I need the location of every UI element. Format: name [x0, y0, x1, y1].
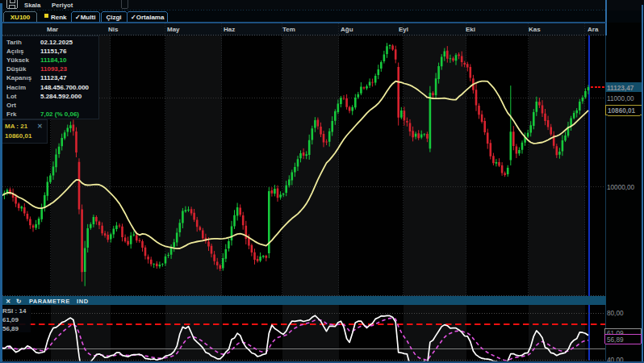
svg-text:Periyot: Periyot: [52, 2, 73, 9]
svg-text:Düşük: Düşük: [6, 65, 27, 73]
svg-text:MA : 21: MA : 21: [5, 123, 28, 130]
svg-text:Kapanış: Kapanış: [6, 74, 32, 81]
svg-text:✓Multi: ✓Multi: [75, 14, 95, 21]
svg-text:11184,10: 11184,10: [40, 56, 67, 64]
svg-text:IND: IND: [77, 298, 89, 305]
svg-text:Renk: Renk: [51, 14, 67, 21]
svg-text:Frk: Frk: [6, 111, 17, 118]
svg-text:Hacim: Hacim: [6, 84, 26, 91]
svg-text:80,00: 80,00: [607, 310, 624, 317]
svg-text:Kas: Kas: [529, 26, 541, 33]
svg-text:56,89: 56,89: [607, 336, 624, 344]
svg-text:10000,00: 10000,00: [607, 184, 635, 191]
svg-text:11093,23: 11093,23: [40, 65, 67, 73]
svg-text:Ort: Ort: [6, 102, 16, 109]
svg-text:May: May: [167, 26, 180, 33]
svg-text:Çizgi: Çizgi: [106, 14, 121, 21]
svg-text:Tem: Tem: [282, 26, 295, 33]
svg-text:7,02 (% 0,06): 7,02 (% 0,06): [40, 111, 79, 118]
svg-text:✕: ✕: [37, 123, 43, 130]
svg-text:✕: ✕: [6, 298, 10, 305]
svg-text:148.456.700.000: 148.456.700.000: [40, 84, 90, 91]
svg-text:56,89: 56,89: [2, 325, 19, 332]
svg-text:11123,47: 11123,47: [40, 74, 67, 81]
svg-text:XU100: XU100: [10, 14, 31, 21]
svg-text:Tarih: Tarih: [6, 39, 22, 46]
svg-text:10860,01: 10860,01: [608, 107, 636, 115]
svg-text:Açılış: Açılış: [6, 48, 24, 55]
svg-text:Ara: Ara: [588, 26, 599, 33]
svg-text:5.284.592.000: 5.284.592.000: [40, 93, 82, 100]
svg-text:10860,01: 10860,01: [5, 132, 32, 140]
svg-text:Yüksek: Yüksek: [6, 56, 30, 64]
svg-text:Ağu: Ağu: [341, 26, 353, 33]
svg-text:Nis: Nis: [108, 26, 119, 33]
svg-text:61,09: 61,09: [2, 316, 19, 323]
svg-text:RSI : 14: RSI : 14: [2, 307, 27, 315]
svg-text:Skala: Skala: [24, 2, 41, 9]
svg-text:PARAMETRE: PARAMETRE: [29, 298, 70, 305]
svg-text:✓Ortalama: ✓Ortalama: [131, 14, 165, 21]
svg-text:Eki: Eki: [466, 26, 475, 33]
svg-text:Mar: Mar: [47, 26, 58, 33]
svg-text:↻: ↻: [16, 298, 21, 305]
svg-text:Haz: Haz: [224, 26, 235, 33]
svg-text:02.12.2025: 02.12.2025: [40, 39, 73, 46]
svg-text:Lot: Lot: [6, 93, 17, 100]
svg-text:11000,00: 11000,00: [607, 95, 634, 102]
svg-text:Eyl: Eyl: [399, 26, 408, 33]
svg-text:11123,47: 11123,47: [607, 85, 634, 92]
svg-text:11151,76: 11151,76: [40, 48, 67, 55]
